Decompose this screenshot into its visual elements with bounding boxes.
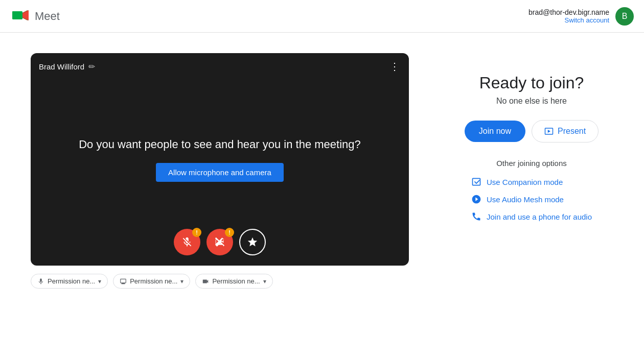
app-name: Meet [35,10,60,23]
mic-toggle-button[interactable]: ! [174,229,200,255]
present-button[interactable]: Present [532,120,599,143]
effects-button[interactable] [239,229,266,255]
user-info: brad@thor-dev.bigr.name Switch account [528,8,609,24]
display-chip-icon [120,278,127,285]
mic-permission-label: Permission ne... [48,277,95,285]
mic-off-icon [181,236,193,248]
other-options-list: Use Companion mode Use Audio Mesh mode J… [471,177,592,222]
camera-warning-badge: ! [225,228,234,237]
user-area: brad@thor-dev.bigr.name Switch account B [528,7,634,26]
join-now-button[interactable]: Join now [465,121,525,142]
mic-permission-chip[interactable]: Permission ne... ▾ [31,274,108,289]
no-one-text: No one else is here [496,97,567,106]
camera-chip-icon [202,278,209,285]
main-content: Brad Williford ✏ ⋮ Do you want people to… [0,33,644,356]
display-permission-arrow: ▾ [180,278,183,285]
phone-audio-icon [471,211,481,222]
user-avatar[interactable]: B [615,7,634,26]
header: Meet brad@thor-dev.bigr.name Switch acco… [0,0,644,33]
camera-permission-arrow: ▾ [263,278,266,285]
audio-mesh-link[interactable]: Use Audio Mesh mode [471,194,564,204]
ready-to-join-title: Ready to join? [479,74,584,92]
present-label: Present [558,127,586,136]
user-email: brad@thor-dev.bigr.name [528,8,609,16]
camera-permission-label: Permission ne... [212,277,260,285]
video-name-text: Brad Williford [39,62,84,71]
camera-off-icon [214,236,225,248]
mic-chip-icon [37,278,44,285]
video-controls: ! ! [174,229,266,255]
logo-area: Meet [10,6,60,27]
display-permission-label: Permission ne... [130,277,177,285]
svg-marker-8 [22,10,29,20]
display-permission-chip[interactable]: Permission ne... ▾ [113,274,190,289]
edit-name-icon[interactable]: ✏ [88,62,95,72]
more-options-icon[interactable]: ⋮ [389,60,401,73]
video-center-content: Do you want people to see and hear you i… [31,137,409,182]
join-panel: Ready to join? No one else is here Join … [450,53,613,222]
svg-rect-9 [12,11,22,15]
meet-logo-icon [10,6,31,27]
camera-toggle-button[interactable]: ! [206,229,233,255]
video-panel: Brad Williford ✏ ⋮ Do you want people to… [31,53,409,289]
mic-permission-arrow: ▾ [98,278,101,285]
audio-mesh-label: Use Audio Mesh mode [487,195,564,204]
phone-audio-link[interactable]: Join and use a phone for audio [471,211,592,222]
mic-warning-badge: ! [192,228,201,237]
camera-permission-chip[interactable]: Permission ne... ▾ [195,274,272,289]
permission-bar: Permission ne... ▾ Permission ne... ▾ Pe… [31,274,409,289]
video-question-text: Do you want people to see and hear you i… [79,137,361,153]
allow-microphone-camera-button[interactable]: Allow microphone and camera [156,163,284,182]
companion-mode-link[interactable]: Use Companion mode [471,177,563,187]
video-top-bar: Brad Williford ✏ ⋮ [31,53,409,80]
switch-account-link[interactable]: Switch account [528,16,609,24]
present-icon [544,127,554,136]
companion-mode-icon [471,177,481,187]
audio-mesh-icon [471,194,481,204]
companion-mode-label: Use Companion mode [487,178,563,186]
video-user-name: Brad Williford ✏ [39,62,95,72]
join-actions: Join now Present [465,120,599,143]
video-container: Brad Williford ✏ ⋮ Do you want people to… [31,53,409,266]
other-options-title: Other joining options [496,159,567,168]
phone-audio-label: Join and use a phone for audio [487,212,592,221]
effects-icon [247,236,258,248]
